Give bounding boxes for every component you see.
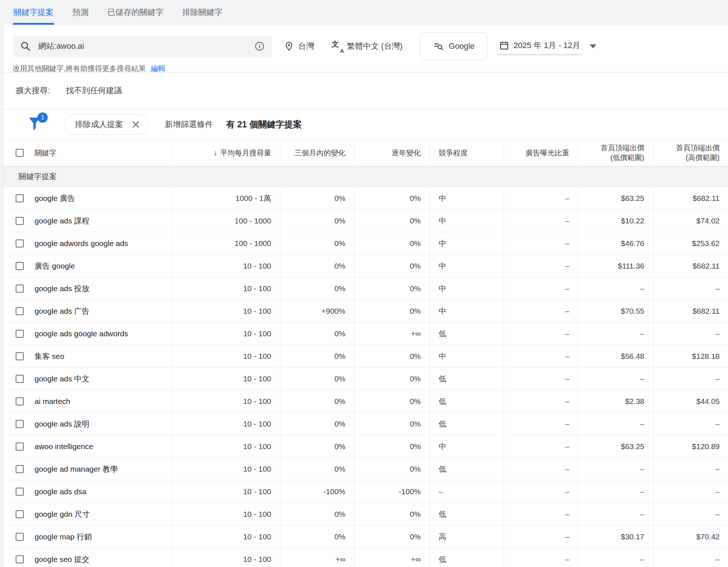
ad-impression-share-cell: – — [504, 187, 578, 209]
ad-impression-share-cell: – — [504, 277, 578, 300]
chip-close-icon[interactable] — [131, 120, 141, 129]
add-filter-button[interactable]: 新增篩選條件 — [165, 119, 213, 130]
three-month-change-cell: 0% — [280, 277, 354, 300]
competition-cell: 中 — [430, 232, 504, 254]
row-checkbox[interactable] — [16, 352, 24, 360]
table-row[interactable]: google ads google adwords 10 - 100 0% +∞… — [3, 322, 728, 345]
refine-hint-text: 改用其他關鍵字,將有助獲得更多搜尋結果 — [13, 64, 146, 74]
tab-saved-keywords[interactable]: 已儲存的關鍵字 — [107, 0, 164, 25]
column-top-of-page-bid-low[interactable]: 首頁頂端出價 (低價範圍) — [578, 140, 653, 166]
row-checkbox[interactable] — [16, 285, 24, 293]
bid-high-cell: $128.18 — [653, 345, 728, 367]
filter-count-badge: 1 — [37, 112, 48, 123]
ad-impression-share-cell: – — [504, 300, 578, 322]
bid-high-cell: $682.11 — [653, 255, 728, 277]
table-row[interactable]: google ads 課程 100 - 1000 0% 0% 中 – $10.2… — [3, 210, 728, 232]
ad-impression-share-cell: – — [504, 548, 578, 567]
competition-cell: 中 — [430, 435, 504, 457]
ad-impression-share-cell: – — [504, 390, 578, 412]
filter-chip-exclude-adult[interactable]: 排除成人提案 — [64, 114, 149, 135]
network-selector[interactable]: Google — [420, 32, 487, 60]
yoy-change-cell: 0% — [354, 277, 430, 300]
competition-cell: 中 — [430, 277, 504, 300]
column-avg-monthly-searches[interactable]: ↓ 平均每月搜尋量 — [173, 140, 280, 166]
bid-low-cell: $63.25 — [578, 435, 653, 457]
language-selector[interactable]: 文A 繁體中文 (台灣) — [332, 41, 403, 52]
table-row[interactable]: google gdn 尺寸 10 - 100 0% 0% 低 – – – — [3, 503, 728, 526]
row-checkbox[interactable] — [16, 239, 24, 247]
table-row[interactable]: google 廣告 1000 - 1萬 0% 0% 中 – $63.25 $68… — [3, 187, 728, 210]
volume-cell: 10 - 100 — [173, 255, 280, 277]
row-checkbox[interactable] — [16, 443, 24, 451]
column-top-of-page-bid-high[interactable]: 首頁頂端出價 (高價範圍) — [653, 140, 728, 166]
table-row[interactable]: google seo 提交 10 - 100 +∞ +∞ 低 – – – — [3, 548, 728, 567]
row-checkbox[interactable] — [16, 307, 24, 315]
row-checkbox[interactable] — [16, 510, 24, 518]
search-value: 網站:awoo.ai — [38, 41, 254, 52]
table-row[interactable]: google ads 說明 10 - 100 0% 0% 低 – – – — [3, 413, 728, 435]
bid-high-cell: – — [653, 503, 728, 525]
bid-low-cell: $46.76 — [578, 232, 653, 254]
row-checkbox[interactable] — [16, 217, 24, 225]
tab-negative-keywords[interactable]: 排除關鍵字 — [182, 0, 223, 25]
column-yoy-change[interactable]: 逐年變化 — [354, 140, 430, 166]
info-icon[interactable] — [254, 41, 265, 51]
row-checkbox[interactable] — [16, 488, 24, 496]
volume-cell: 10 - 100 — [173, 480, 280, 503]
date-range-selector[interactable]: 2025 年 1月 - 12月 — [498, 38, 596, 55]
ad-impression-share-cell: – — [504, 210, 578, 232]
volume-cell: 10 - 100 — [173, 300, 280, 322]
table-row[interactable]: 廣告 google 10 - 100 0% 0% 中 – $111.36 $68… — [3, 255, 728, 277]
bid-low-cell: $2.38 — [578, 390, 653, 412]
row-checkbox[interactable] — [16, 375, 24, 383]
yoy-change-cell: 0% — [354, 526, 430, 548]
row-checkbox[interactable] — [16, 465, 24, 473]
select-all-checkbox[interactable] — [16, 149, 24, 157]
row-checkbox[interactable] — [16, 330, 24, 338]
bid-low-cell: $10.22 — [578, 210, 653, 232]
tab-keyword-ideas[interactable]: 關鍵字提案 — [13, 0, 54, 25]
table-row[interactable]: ai martech 10 - 100 0% 0% 低 – $2.38 $44.… — [3, 390, 728, 413]
filter-funnel-button[interactable]: 1 — [27, 115, 43, 134]
column-three-month-change[interactable]: 三個月內的變化 — [280, 140, 354, 166]
row-checkbox[interactable] — [16, 420, 24, 428]
ad-impression-share-cell: – — [504, 503, 578, 525]
table-row[interactable]: google ads 中文 10 - 100 0% 0% 低 – – – — [3, 368, 728, 390]
column-ad-impression-share[interactable]: 廣告曝光比重 — [504, 140, 578, 166]
column-competition[interactable]: 競爭程度 — [430, 140, 504, 166]
bid-low-cell: $70.55 — [578, 300, 653, 322]
row-checkbox[interactable] — [16, 262, 24, 270]
tab-forecast[interactable]: 預測 — [72, 0, 89, 25]
table-row[interactable]: google adwords google ads 100 - 1000 0% … — [3, 232, 728, 255]
table-row[interactable]: 集客 seo 10 - 100 0% 0% 中 – $56.48 $128.18 — [3, 345, 728, 368]
table-row[interactable]: google ads 广告 10 - 100 +900% 0% 中 – $70.… — [3, 300, 728, 322]
three-month-change-cell: 0% — [280, 390, 354, 412]
yoy-change-cell: 0% — [354, 368, 430, 390]
edit-link[interactable]: 編輯 — [151, 64, 166, 74]
yoy-change-cell: +∞ — [354, 322, 430, 345]
ad-impression-share-cell: – — [504, 322, 578, 345]
row-checkbox[interactable] — [16, 194, 24, 202]
table-row[interactable]: google ads dsa 10 - 100 -100% -100% – – … — [3, 480, 728, 503]
row-checkbox[interactable] — [16, 397, 24, 405]
yoy-change-cell: 0% — [354, 345, 430, 367]
table-row[interactable]: awoo intelligence 10 - 100 0% 0% 中 – $63… — [3, 435, 728, 458]
table-row[interactable]: google map 行銷 10 - 100 0% 0% 高 – $30.17 … — [3, 526, 728, 548]
table-row[interactable]: google ads 投放 10 - 100 0% 0% 中 – – – — [3, 277, 728, 300]
yoy-change-cell: 0% — [354, 458, 430, 480]
translate-icon: 文A — [332, 41, 343, 52]
bid-high-cell: – — [653, 368, 728, 390]
table-row[interactable]: google ad manager 教學 10 - 100 0% 0% 低 – … — [3, 458, 728, 480]
keyword-cell: google ads dsa — [35, 487, 86, 496]
keyword-cell: 廣告 google — [35, 261, 75, 271]
competition-cell: 低 — [430, 458, 504, 480]
volume-cell: 10 - 100 — [173, 435, 280, 457]
ad-impression-share-cell: – — [504, 480, 578, 503]
bid-high-cell: $253.62 — [653, 232, 728, 254]
keyword-cell: google ads 投放 — [35, 284, 90, 294]
search-input[interactable]: 網站:awoo.ai — [13, 36, 272, 57]
row-checkbox[interactable] — [16, 533, 24, 541]
row-checkbox[interactable] — [16, 555, 24, 563]
location-selector[interactable]: 台灣 — [284, 41, 314, 52]
three-month-change-cell: 0% — [280, 435, 354, 457]
